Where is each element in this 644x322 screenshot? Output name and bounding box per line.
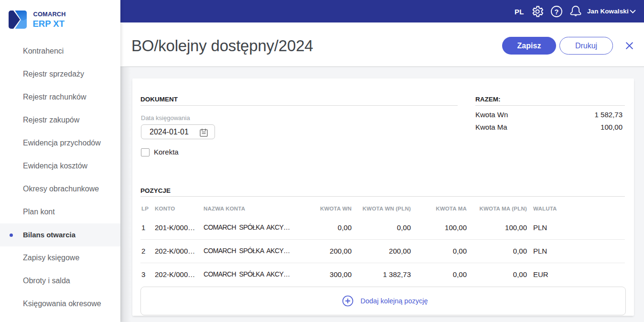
svg-text:?: ?: [555, 8, 559, 16]
svg-text:COMARCH: COMARCH: [33, 11, 66, 18]
svg-text:ERP XT: ERP XT: [33, 19, 65, 29]
